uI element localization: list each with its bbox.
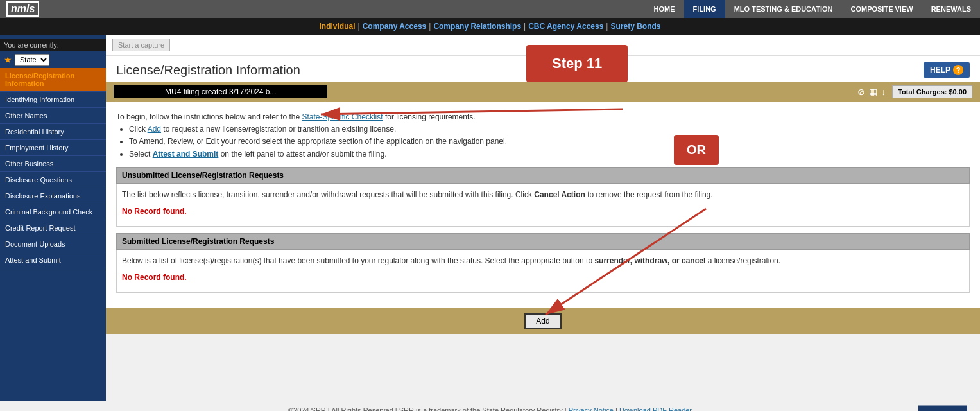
filing-info: MU4 filing created 3/17/2024 b... xyxy=(114,85,327,98)
help-button[interactable]: HELP ? xyxy=(924,62,970,78)
sidebar-item-disclosure-explanations[interactable]: Disclosure Explanations xyxy=(0,188,106,204)
or-annotation: OR xyxy=(674,135,719,165)
nav-filing[interactable]: FILING xyxy=(684,0,725,18)
footer-copyright: ©2024 SRR | All Rights Reserved | SRR is… xyxy=(288,407,567,411)
unsubmitted-content: The list below reflects license, transit… xyxy=(116,184,970,227)
privacy-notice-link[interactable]: Privacy Notice xyxy=(569,407,614,411)
sidebar-item-document-uploads[interactable]: Document Uploads xyxy=(0,236,106,252)
page-title: License/Registration Information xyxy=(116,63,300,78)
subnav-surety-bonds[interactable]: Surety Bonds xyxy=(610,22,660,31)
add-link[interactable]: Add xyxy=(148,125,161,134)
sub-nav: Individual | Company Access | Company Re… xyxy=(0,18,980,35)
sync-icon[interactable]: ⊘ xyxy=(857,87,865,97)
logo: nmls xyxy=(6,1,39,17)
subnav-company-relationships[interactable]: Company Relationships xyxy=(433,22,521,31)
sidebar-item-other-names[interactable]: Other Names xyxy=(0,108,106,124)
subnav-cbc-agency[interactable]: CBC Agency Access xyxy=(528,22,603,31)
nav-renewals[interactable]: RENEWALS xyxy=(922,0,980,18)
nav-composite[interactable]: COMPOSITE VIEW xyxy=(841,0,922,18)
content-area: To begin, follow the instructions below … xyxy=(106,102,980,308)
download-icon[interactable]: ↓ xyxy=(881,87,886,97)
main-content: Start a capture License/Registration Inf… xyxy=(106,35,980,401)
sidebar-item-attest-submit[interactable]: Attest and Submit xyxy=(0,252,106,268)
add-button[interactable]: Add xyxy=(524,313,561,329)
unsubmitted-desc: The list below reflects license, transit… xyxy=(122,189,964,200)
sidebar-item-credit-report[interactable]: Credit Report Request xyxy=(0,220,106,236)
state-row: ★ State xyxy=(0,51,106,68)
sidebar-item-other-business[interactable]: Other Business xyxy=(0,156,106,172)
filing-id-box: MU4 filing created 3/17/2024 b... xyxy=(114,85,327,98)
star-icon: ★ xyxy=(4,55,12,65)
subnav-individual[interactable]: Individual xyxy=(320,22,356,31)
footer: ©2024 SRR | All Rights Reserved | SRR is… xyxy=(0,401,980,411)
instructions: To begin, follow the instructions below … xyxy=(116,111,970,161)
help-icon: ? xyxy=(953,65,963,75)
attest-submit-link[interactable]: Attest and Submit xyxy=(153,150,219,159)
unsubmitted-header: Unsubmitted License/Registration Request… xyxy=(116,167,970,184)
subnav-company-access[interactable]: Company Access xyxy=(363,22,427,31)
step11-annotation: Step 11 xyxy=(526,45,628,82)
sidebar-item-employment[interactable]: Employment History xyxy=(0,140,106,156)
filing-bar: MU4 filing created 3/17/2024 b... ⊘ ▦ ↓ … xyxy=(106,82,980,102)
sidebar-item-license-registration[interactable]: License/Registration Information xyxy=(0,68,106,92)
unsubmitted-no-record: No Record found. xyxy=(122,204,964,218)
nav-mlo[interactable]: MLO TESTING & EDUCATION xyxy=(725,0,842,18)
download-pdf-link[interactable]: Download PDF Reader xyxy=(619,407,692,411)
state-specific-checklist-link[interactable]: State-Specific Checklist xyxy=(302,112,383,121)
next-button[interactable]: Next ▶ xyxy=(918,405,967,411)
submitted-content: Below is a list of license(s)/registrati… xyxy=(116,250,970,293)
submitted-no-record: No Record found. xyxy=(122,270,964,284)
sidebar-item-residential[interactable]: Residential History xyxy=(0,124,106,140)
nav-home[interactable]: HOME xyxy=(645,0,684,18)
footer-wrapper: ©2024 SRR | All Rights Reserved | SRR is… xyxy=(0,401,980,411)
sidebar: You are currently: ★ State License/Regis… xyxy=(0,35,106,401)
grid-icon[interactable]: ▦ xyxy=(869,87,877,97)
sidebar-item-disclosure-questions[interactable]: Disclosure Questions xyxy=(0,172,106,188)
you-currently-label: You are currently: xyxy=(0,39,106,51)
action-bar: Add xyxy=(106,308,980,334)
submitted-header: Submitted License/Registration Requests xyxy=(116,233,970,250)
help-label: HELP xyxy=(930,66,950,74)
submitted-desc: Below is a list of license(s)/registrati… xyxy=(122,255,964,267)
total-charges: Total Charges: $0.00 xyxy=(892,85,972,98)
capture-button[interactable]: Start a capture xyxy=(112,39,170,51)
sidebar-item-criminal-background[interactable]: Criminal Background Check xyxy=(0,204,106,220)
top-nav: nmls HOME FILING MLO TESTING & EDUCATION… xyxy=(0,0,980,18)
state-selector[interactable]: State xyxy=(15,54,49,66)
sidebar-item-identifying[interactable]: Identifying Information xyxy=(0,92,106,108)
